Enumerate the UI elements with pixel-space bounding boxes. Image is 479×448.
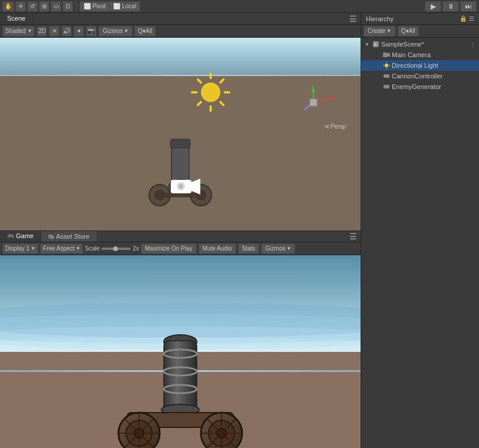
rect-tool-btn[interactable]: ▭ (51, 1, 61, 12)
aspect-select[interactable]: Free Aspect (40, 243, 83, 254)
asset-store-icon: 🛍 (48, 233, 54, 240)
toolbar-separator-1 (76, 2, 77, 11)
svg-point-0 (201, 83, 220, 102)
sun-icon (189, 70, 233, 114)
svg-rect-14 (310, 99, 317, 106)
create-label: Create (368, 28, 385, 34)
scale-slider[interactable] (101, 248, 131, 250)
scene-view[interactable]: x y ⊲ Persp (0, 38, 361, 230)
scene-root-row[interactable]: ▼ S SampleScene* ⋮ (361, 39, 479, 50)
svg-rect-59 (384, 74, 389, 78)
game-gizmos-label: Gizmos (265, 245, 285, 252)
scene-camera-btn[interactable]: 📷 (86, 26, 97, 37)
audio-btn[interactable]: 🔊 (61, 26, 72, 37)
scene-icon: S (372, 40, 380, 48)
display-label: Display 1 (5, 245, 29, 252)
scene-arrow[interactable]: ▼ (364, 41, 371, 48)
maximize-on-play-btn[interactable]: Maximize On Play (141, 243, 197, 254)
hierarchy-item-directional-light[interactable]: ▶ Directional Light (361, 60, 479, 71)
scene-tab-more[interactable]: ☰ (346, 13, 361, 24)
aspect-label: Free Aspect (43, 245, 74, 252)
main-area: Scene ☰ Shaded 2D ☀ 🔊 ✦ 📷 Gizmos Q▾All (0, 13, 479, 448)
svg-point-54 (385, 64, 388, 67)
display-select[interactable]: Display 1 (2, 243, 38, 254)
pivot-local-group: ⬜ Pivot ⬜ Local (80, 1, 140, 12)
svg-text:x: x (335, 93, 338, 98)
local-checkbox: ⬜ (113, 3, 120, 9)
svg-rect-60 (384, 85, 389, 88)
hierarchy-item-enemy-generator[interactable]: ▶ EnemyGenerator (361, 81, 479, 92)
scale-slider-thumb (113, 246, 118, 251)
svg-rect-52 (383, 52, 388, 57)
scene-more-btn[interactable]: ⋮ (468, 40, 477, 48)
cannon-game (92, 318, 269, 448)
lock-icon[interactable]: 🔒 (460, 15, 467, 22)
hierarchy-content: ▼ S SampleScene* ⋮ ▶ (361, 38, 479, 448)
scene-search-btn[interactable]: Q▾All (134, 26, 156, 37)
shaded-select[interactable]: Shaded (2, 26, 35, 37)
move-tool-btn[interactable]: ✛ (15, 1, 26, 12)
cannon-controller-icon (382, 72, 391, 80)
enemy-generator-label: EnemyGenerator (392, 83, 477, 90)
lighting-btn[interactable]: ☀ (49, 26, 60, 37)
game-view[interactable] (0, 255, 361, 448)
pause-btn[interactable]: ⏸ (442, 1, 459, 12)
tab-asset-store[interactable]: 🛍 Asset Store (41, 231, 97, 242)
hierarchy-tabbar: Hierarchy 🔒 ☰ (361, 13, 479, 25)
right-panel: Hierarchy 🔒 ☰ Create Q▾All ▼ (361, 13, 479, 448)
local-btn[interactable]: ⬜ Local (110, 1, 140, 12)
play-btn[interactable]: ▶ (425, 1, 441, 12)
pivot-btn[interactable]: ⬜ Pivot (80, 1, 110, 12)
step-btn[interactable]: ⏭ (460, 1, 477, 12)
scene-sky (0, 38, 361, 79)
shaded-label: Shaded (5, 28, 25, 34)
hierarchy-tab-icons: 🔒 ☰ (460, 15, 474, 22)
game-tab-label: Game (16, 232, 34, 239)
camera-icon (382, 51, 391, 59)
hierarchy-title: Hierarchy (366, 15, 460, 22)
game-tab-more[interactable]: ☰ (346, 231, 361, 242)
main-camera-label: Main Camera (392, 51, 477, 58)
hier-search-btn[interactable]: Q▾All (398, 26, 419, 37)
scale-tool-btn[interactable]: ⊞ (39, 1, 49, 12)
svg-text:S: S (374, 42, 376, 47)
camera-gizmo: x y (302, 85, 343, 120)
stats-btn[interactable]: Stats (238, 243, 260, 254)
scene-qall-label: Q▾All (138, 28, 152, 34)
scale-group: Scale 2x (85, 245, 139, 252)
transform-tool-btn[interactable]: ⊡ (62, 1, 73, 12)
cannon-controller-label: CannonController (392, 73, 477, 80)
hierarchy-item-main-camera[interactable]: ▶ Main Camera (361, 50, 479, 60)
scene-name-label: SampleScene* (381, 41, 467, 48)
asset-store-label: Asset Store (56, 233, 90, 240)
scene-tab-label: Scene (7, 15, 25, 22)
2d-label: 2D (38, 28, 46, 34)
gizmos-btn[interactable]: Gizmos (98, 26, 133, 37)
svg-marker-26 (191, 179, 200, 195)
game-gizmos-btn[interactable]: Gizmos (261, 243, 295, 254)
light-icon (382, 61, 391, 70)
scale-label: Scale (85, 245, 100, 252)
create-btn[interactable]: Create (364, 26, 395, 37)
pivot-label: Pivot (93, 3, 105, 9)
hierarchy-toolbar: Create Q▾All (361, 25, 479, 38)
svg-text:y: y (312, 85, 315, 88)
tab-scene[interactable]: Scene (0, 13, 33, 24)
hand-tool-btn[interactable]: ✋ (2, 1, 14, 12)
game-tabbar: 🎮 Game 🛍 Asset Store ☰ (0, 230, 361, 242)
svg-line-8 (198, 102, 201, 105)
rotate-tool-btn[interactable]: ↺ (27, 1, 38, 12)
2d-btn[interactable]: 2D (37, 26, 47, 37)
fx-btn[interactable]: ✦ (74, 26, 84, 37)
hier-menu-icon[interactable]: ☰ (469, 15, 474, 22)
hierarchy-item-cannon-controller[interactable]: ▶ CannonController (361, 71, 479, 81)
svg-marker-53 (388, 52, 390, 57)
tab-game[interactable]: 🎮 Game (0, 231, 41, 242)
svg-point-28 (179, 184, 183, 189)
maximize-label: Maximize On Play (145, 245, 193, 252)
gizmos-label: Gizmos (103, 28, 123, 34)
hier-search-label: Q▾All (401, 28, 415, 34)
local-label: Local (122, 3, 136, 9)
mute-audio-btn[interactable]: Mute Audio (199, 243, 236, 254)
svg-marker-12 (311, 88, 316, 92)
